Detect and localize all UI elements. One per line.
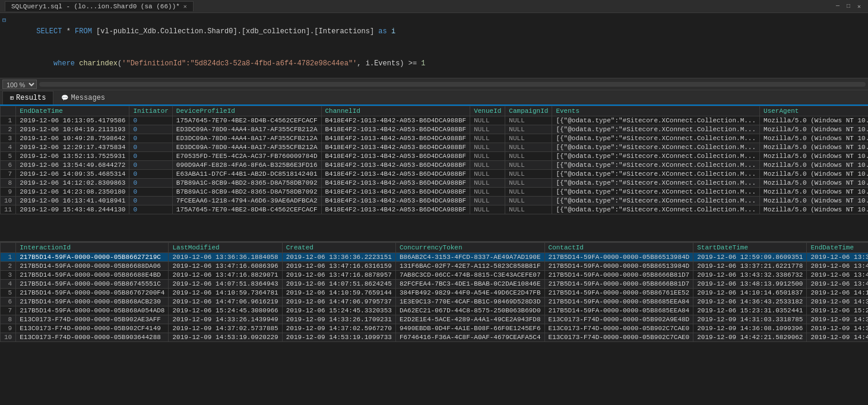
tab-messages[interactable]: 💬 Messages <box>53 91 113 105</box>
col-header-end-date-time[interactable]: EndDateTime <box>16 106 129 116</box>
table-row[interactable]: 9E13C0173-F74D-0000-0000-05B902CF4149201… <box>1 324 869 333</box>
col-header-initiator[interactable]: Initiator <box>129 106 172 116</box>
tab-results[interactable]: ⊞ Results <box>2 91 53 105</box>
table-row[interactable]: 42019-12-06 12:29:17.43758340ED3DC09A-78… <box>1 143 869 152</box>
zoom-select[interactable]: 100 % <box>2 80 37 89</box>
table-cell: 2019-12-06 15:24:45.3320353 <box>282 306 395 315</box>
table-cell: 2 <box>1 125 16 134</box>
table-cell: 0 <box>129 170 172 179</box>
col-header-end-date-time-2[interactable]: EndDateTime <box>807 243 868 253</box>
col-header-venue-id[interactable]: VenueId <box>470 106 505 116</box>
table-cell: 2019-12-09 14:53:19.1099733 <box>282 333 395 342</box>
table-cell: 0 <box>129 205 172 214</box>
lower-table-body: 1217B5D14-59FA-0000-0000-05B86627219C201… <box>1 253 869 342</box>
table-row[interactable]: 7217B5D14-59FA-0000-0000-05B868A054AD820… <box>1 306 869 315</box>
table-cell: F6746416-F36A-4C8F-A0AF-4679CEAFA5C4 <box>395 333 544 342</box>
col-header-created[interactable]: Created <box>282 243 395 253</box>
col-header-row-num-2 <box>1 243 16 253</box>
close-tab-button[interactable]: ✕ <box>183 3 187 10</box>
table-cell: [{"@odata.type":"#Sitecore.XConnect.Coll… <box>552 161 760 170</box>
table-row[interactable]: 32019-12-06 10:49:28.75986420ED3DC09A-78… <box>1 134 869 143</box>
table-cell: NULL <box>470 143 505 152</box>
table-row[interactable]: 1217B5D14-59FA-0000-0000-05B86627219C201… <box>1 253 869 262</box>
maximize-button[interactable]: □ <box>844 2 853 11</box>
table-row[interactable]: 8E13C0173-F74D-0000-0000-05B902AE3AFF201… <box>1 315 869 324</box>
table-cell: E2D2E1E4-5ACE-4289-A4A1-49CE2A943FD8 <box>395 315 544 324</box>
table-cell: 2019-12-06 14:36:43.2533182 <box>693 298 807 306</box>
table-row[interactable]: 4217B5D14-59FA-0000-0000-05B86745551C201… <box>1 280 869 289</box>
upper-results-grid[interactable]: EndDateTime Initiator DeviceProfileId Ch… <box>0 106 868 242</box>
table-row[interactable]: 52019-12-06 13:52:13.75259310E70535FD-7E… <box>1 152 869 161</box>
table-cell: 175A7645-7E70-4BE2-8D4B-C4562CEFCACF <box>172 116 321 125</box>
table-cell: Mozilla/5.0 (Windows NT 10.0; Win64; x64… <box>760 179 868 188</box>
table-cell: 2019-12-06 12:59:09.8609351 <box>693 253 807 262</box>
editor-tab[interactable]: SQLQuery1.sql - (lo...ion.Shard0 (sa (66… <box>5 1 194 11</box>
table-cell: 2019-12-06 14:10:59.7364781 <box>169 289 282 298</box>
table-row[interactable]: 82019-12-06 14:12:02.83098630B7B89A1C-8C… <box>1 179 869 188</box>
table-row[interactable]: 92019-12-06 14:23:08.23501800B7B89A1C-8C… <box>1 188 869 197</box>
table-cell: Mozilla/5.0 (Windows NT 10.0; Win64; x64… <box>760 134 868 143</box>
table-cell: B418E4F2-1013-4B42-A053-B6D4DCA988BF <box>321 143 470 152</box>
table-row[interactable]: 5217B5D14-59FA-0000-0000-05B86767200F420… <box>1 289 869 298</box>
lower-results-grid[interactable]: InteractionId LastModified Created Concu… <box>0 242 868 403</box>
table-cell: Mozilla/5.0 (Windows NT 10.0; Win64; x64… <box>760 152 868 161</box>
table-cell: NULL <box>470 188 505 197</box>
table-cell: 2019-12-06 10:04:19.2113193 <box>16 125 129 134</box>
table-row[interactable]: 12019-12-06 16:13:05.41795860175A7645-7E… <box>1 116 869 125</box>
table-cell: E13C0173-F74D-0000-0000-05B902C7CAE0 <box>544 324 693 333</box>
col-header-user-agent[interactable]: UserAgent <box>760 106 868 116</box>
table-cell: 0 <box>129 143 172 152</box>
table-row[interactable]: 3217B5D14-59FA-0000-0000-05B86688E4BD201… <box>1 271 869 280</box>
results-grid-icon: ⊞ <box>10 94 14 102</box>
table-cell: [{"@odata.type":"#Sitecore.XConnect.Coll… <box>552 143 760 152</box>
upper-table-body: 12019-12-06 16:13:05.41795860175A7645-7E… <box>1 116 869 214</box>
table-cell: 2019-12-06 13:44:24.0216738 <box>807 271 868 280</box>
table-cell: 10 <box>1 197 16 205</box>
table-cell: 2 <box>1 262 16 271</box>
col-header-campaign-id[interactable]: CampaignId <box>505 106 552 116</box>
col-header-start-date-time[interactable]: StartDateTime <box>693 243 807 253</box>
table-cell: 2019-12-06 15:23:31.0352441 <box>693 306 807 315</box>
sql-editor[interactable]: ⊟ SELECT * FROM [vl-public_Xdb.Collectio… <box>0 13 868 78</box>
table-cell: 2019-12-06 13:49:18.7806960 <box>807 280 868 289</box>
editor-line-2: where charindex('"DefinitionId":"5d824dc… <box>0 48 868 78</box>
table-cell: DA62EC21-067D-44C8-8575-250B063B69D0 <box>395 306 544 315</box>
table-cell: 11 <box>1 205 16 214</box>
table-cell: NULL <box>505 143 552 152</box>
title-bar: SQLQuery1.sql - (lo...ion.Shard0 (sa (66… <box>0 0 868 13</box>
col-header-concurrency-token[interactable]: ConcurrencyToken <box>395 243 544 253</box>
table-cell: 2019-12-06 13:43:32.3386732 <box>693 271 807 280</box>
col-header-events[interactable]: Events <box>552 106 760 116</box>
table-row[interactable]: 2217B5D14-59FA-0000-0000-05B86688DA06201… <box>1 262 869 271</box>
table-cell: 217B5D14-59FA-0000-0000-05B86688DA06 <box>16 262 169 271</box>
close-window-button[interactable]: ✕ <box>855 2 863 11</box>
table-row[interactable]: 22019-12-06 10:04:19.21131930ED3DC09A-78… <box>1 125 869 134</box>
table-cell: E63ABA11-D7CF-44B1-AB2D-DC8518142401 <box>172 170 321 179</box>
table-row[interactable]: 62019-12-06 13:54:49.68442720090D9A4F-E8… <box>1 161 869 170</box>
col-header-interaction-id[interactable]: InteractionId <box>16 243 169 253</box>
col-header-last-modified[interactable]: LastModified <box>169 243 282 253</box>
table-row[interactable]: 112019-12-09 15:43:48.24441300175A7645-7… <box>1 205 869 214</box>
minimize-button[interactable]: ─ <box>834 2 842 11</box>
table-row[interactable]: 102019-12-06 16:13:41.401894107FCEEAA6-1… <box>1 197 869 205</box>
table-cell: 2019-12-09 14:33:26.1709231 <box>282 315 395 324</box>
table-cell: [{"@odata.type":"#Sitecore.XConnect.Coll… <box>552 205 760 214</box>
table-cell: 217B5D14-59FA-0000-0000-05B8666B81D7 <box>544 280 693 289</box>
table-cell: NULL <box>505 134 552 143</box>
table-cell: 2019-12-09 14:42:21.6625843 <box>807 333 868 342</box>
table-cell: B7B89A1C-8CB9-4BD2-8365-D8A758DB7092 <box>172 188 321 197</box>
col-header-device-profile-id[interactable]: DeviceProfileId <box>172 106 321 116</box>
table-row[interactable]: 72019-12-06 14:09:35.46853140E63ABA11-D7… <box>1 170 869 179</box>
table-cell: 2019-12-06 13:47:16.6086396 <box>169 262 282 271</box>
collapse-icon-1[interactable]: ⊟ <box>2 17 11 24</box>
col-header-contact-id[interactable]: ContactId <box>544 243 693 253</box>
table-cell: 2019-12-09 14:36:08.1099396 <box>693 324 807 333</box>
col-header-channel-id[interactable]: ChannelId <box>321 106 470 116</box>
table-cell: 6 <box>1 161 16 170</box>
table-row[interactable]: 10E13C0173-F74D-0000-0000-05B90364428820… <box>1 333 869 342</box>
col-header-row-num <box>1 106 16 116</box>
table-cell: 0 <box>129 116 172 125</box>
table-cell: 2019-12-06 14:12:02.8309863 <box>16 179 129 188</box>
horizontal-scrollbar[interactable] <box>39 82 866 87</box>
table-row[interactable]: 6217B5D14-59FA-0000-0000-05B868ACB230201… <box>1 298 869 306</box>
